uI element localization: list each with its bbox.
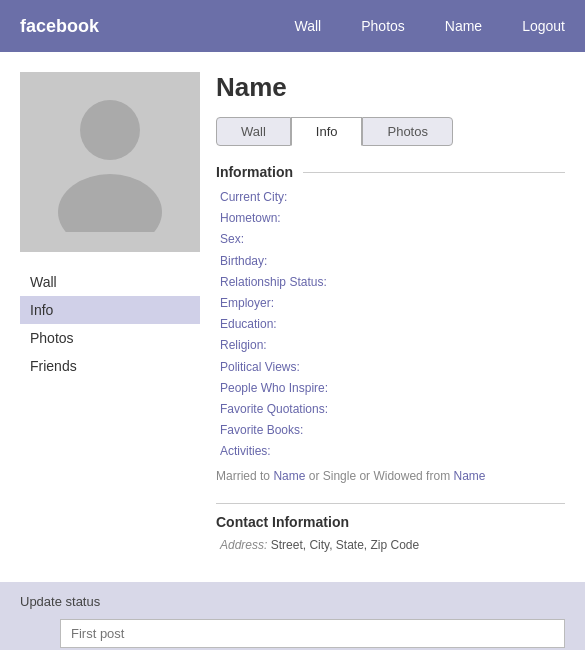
married-name-link2[interactable]: Name xyxy=(453,469,485,483)
info-heading: Information xyxy=(216,164,565,180)
profile-name: Name xyxy=(216,72,565,103)
contact-heading: Contact Information xyxy=(216,514,565,530)
info-birthday: Birthday: xyxy=(220,252,565,271)
info-relationship: Relationship Status: xyxy=(220,273,565,292)
info-religion: Religion: xyxy=(220,336,565,355)
right-column: Name Wall Info Photos Information Curren… xyxy=(216,72,565,552)
married-name-link1[interactable]: Name xyxy=(273,469,305,483)
address-value: Street, City, State, Zip Code xyxy=(271,538,420,552)
info-fields: Current City: Hometown: Sex: Birthday: R… xyxy=(216,188,565,461)
svg-point-0 xyxy=(80,100,140,160)
info-books: Favorite Books: xyxy=(220,421,565,440)
status-input[interactable] xyxy=(60,619,565,648)
left-nav-photos[interactable]: Photos xyxy=(20,324,200,352)
tab-photos[interactable]: Photos xyxy=(362,117,452,146)
update-status-label: Update status xyxy=(20,594,565,609)
contact-address: Address: Street, City, State, Zip Code xyxy=(216,538,565,552)
or-text: or Single or Widowed from xyxy=(309,469,454,483)
married-text: Married to xyxy=(216,469,270,483)
married-line: Married to Name or Single or Widowed fro… xyxy=(216,469,565,483)
left-nav: Wall Info Photos Friends xyxy=(20,268,200,380)
update-status-area: Update status Share xyxy=(0,582,585,650)
info-employer: Employer: xyxy=(220,294,565,313)
tab-wall[interactable]: Wall xyxy=(216,117,291,146)
info-section: Information Current City: Hometown: Sex:… xyxy=(216,164,565,483)
svg-point-1 xyxy=(58,174,162,232)
profile-tabs: Wall Info Photos xyxy=(216,117,565,146)
nav-logout[interactable]: Logout xyxy=(522,18,565,34)
avatar-container xyxy=(20,72,200,252)
info-education: Education: xyxy=(220,315,565,334)
address-label: Address: xyxy=(220,538,267,552)
left-nav-info[interactable]: Info xyxy=(20,296,200,324)
brand-logo[interactable]: facebook xyxy=(20,16,99,37)
info-hometown: Hometown: xyxy=(220,209,565,228)
nav-name[interactable]: Name xyxy=(445,18,482,34)
left-nav-friends[interactable]: Friends xyxy=(20,352,200,380)
info-current-city: Current City: xyxy=(220,188,565,207)
main-area: Wall Info Photos Friends Name Wall Info … xyxy=(0,52,585,572)
top-nav: facebook Wall Photos Name Logout xyxy=(0,0,585,52)
info-sex: Sex: xyxy=(220,230,565,249)
info-political: Political Views: xyxy=(220,358,565,377)
nav-wall[interactable]: Wall xyxy=(295,18,322,34)
info-quotations: Favorite Quotations: xyxy=(220,400,565,419)
left-nav-wall[interactable]: Wall xyxy=(20,268,200,296)
info-activities: Activities: xyxy=(220,442,565,461)
nav-photos[interactable]: Photos xyxy=(361,18,405,34)
avatar-silhouette-icon xyxy=(50,92,170,232)
tab-info[interactable]: Info xyxy=(291,117,363,146)
info-inspire: People Who Inspire: xyxy=(220,379,565,398)
contact-section: Contact Information Address: Street, Cit… xyxy=(216,503,565,552)
left-column: Wall Info Photos Friends xyxy=(20,72,200,552)
nav-links: Wall Photos Name Logout xyxy=(295,18,565,34)
status-input-row: Share xyxy=(20,619,565,650)
